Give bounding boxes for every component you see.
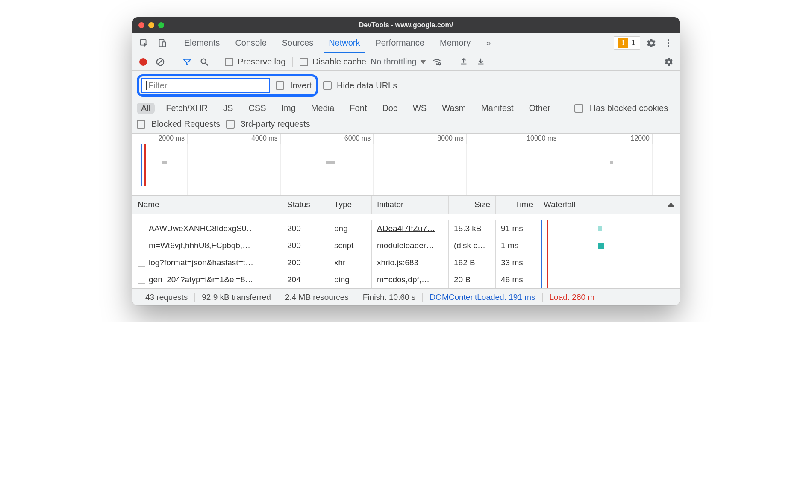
clear-button[interactable] — [154, 57, 167, 67]
type-filter-wasm[interactable]: Wasm — [438, 103, 470, 114]
separator — [218, 57, 218, 67]
request-size: 15.3 kB — [449, 220, 496, 237]
request-initiator[interactable]: moduleloader… — [377, 241, 434, 250]
request-initiator[interactable]: m=cdos,dpf,… — [377, 275, 430, 284]
col-type[interactable]: Type — [329, 196, 372, 214]
has-blocked-cookies-label: Has blocked cookies — [590, 103, 668, 113]
traffic-lights — [138, 22, 164, 28]
tab-performance[interactable]: Performance — [368, 33, 432, 53]
type-filter-css[interactable]: CSS — [244, 103, 270, 114]
network-settings-icon[interactable] — [662, 57, 675, 67]
sort-asc-icon — [668, 202, 674, 207]
separator — [174, 37, 174, 49]
more-menu-button[interactable] — [660, 33, 677, 53]
preserve-log-checkbox[interactable] — [225, 58, 233, 66]
request-initiator[interactable]: xhrio.js:683 — [377, 258, 418, 267]
titlebar: DevTools - www.google.com/ — [132, 17, 680, 33]
request-size: (disk c… — [449, 237, 496, 254]
filter-input[interactable]: Filter — [141, 78, 270, 93]
col-waterfall[interactable]: Waterfall — [538, 196, 680, 214]
col-time[interactable]: Time — [496, 196, 538, 214]
network-conditions-icon[interactable] — [430, 57, 443, 67]
request-status: 200 — [282, 237, 329, 254]
request-size: 162 B — [449, 254, 496, 271]
type-filter-media[interactable]: Media — [307, 103, 338, 114]
tab-memory[interactable]: Memory — [432, 33, 478, 53]
svg-rect-12 — [461, 63, 466, 64]
timeline-overview[interactable] — [132, 144, 680, 195]
chevron-down-icon — [420, 60, 426, 64]
issues-badge[interactable]: ! 1 — [614, 36, 640, 50]
inspect-element-icon[interactable] — [135, 33, 153, 53]
svg-point-5 — [668, 45, 669, 47]
type-filter-all[interactable]: All — [137, 103, 155, 114]
settings-button[interactable] — [643, 33, 660, 53]
file-icon — [138, 242, 145, 249]
svg-point-3 — [668, 39, 669, 41]
requests-table: Name Status Type Initiator Size Time Wat… — [132, 195, 680, 288]
close-window-button[interactable] — [138, 22, 144, 28]
blocked-requests-checkbox[interactable] — [137, 120, 145, 129]
panel-tabstrip: Elements Console Sources Network Perform… — [132, 33, 680, 53]
disable-cache-checkbox[interactable] — [300, 58, 308, 66]
has-blocked-cookies-checkbox[interactable] — [574, 104, 583, 113]
separator — [450, 57, 450, 67]
throttling-select[interactable]: No throttling — [371, 57, 426, 67]
request-initiator[interactable]: ADea4I7IfZu7… — [377, 224, 435, 233]
toggle-device-icon[interactable] — [153, 33, 171, 53]
export-har-icon[interactable] — [474, 57, 487, 67]
ruler-tick: 6000 ms — [344, 135, 373, 142]
type-filter-js[interactable]: JS — [219, 103, 237, 114]
tab-sources[interactable]: Sources — [274, 33, 321, 53]
invert-checkbox[interactable] — [276, 81, 284, 90]
svg-rect-13 — [478, 63, 483, 64]
table-row[interactable]: m=Wt6vjf,hhhU8,FCpbqb,…200scriptmodulelo… — [132, 237, 680, 254]
third-party-checkbox[interactable] — [226, 120, 235, 129]
type-filter-row: All Fetch/XHR JS CSS Img Media Font Doc … — [132, 100, 680, 117]
file-icon — [138, 259, 145, 267]
type-filter-other[interactable]: Other — [525, 103, 555, 114]
hide-data-urls-label: Hide data URLs — [337, 81, 397, 91]
col-initiator[interactable]: Initiator — [372, 196, 449, 214]
sb-domcontentloaded: DOMContentLoaded: 191 ms — [423, 293, 542, 302]
type-filter-fetchxhr[interactable]: Fetch/XHR — [162, 103, 212, 114]
tabs-overflow-button[interactable]: » — [478, 33, 498, 53]
table-row[interactable]: gen_204?atyp=i&r=1&ei=8…204pingm=cdos,dp… — [132, 271, 680, 288]
tab-console[interactable]: Console — [227, 33, 274, 53]
col-status[interactable]: Status — [282, 196, 329, 214]
type-filter-img[interactable]: Img — [277, 103, 300, 114]
network-toolbar: Preserve log Disable cache No throttling — [132, 53, 680, 71]
tab-elements[interactable]: Elements — [177, 33, 227, 53]
file-icon — [138, 225, 145, 232]
filter-highlight-box: Filter Invert — [137, 74, 318, 97]
request-name: AAWUweXANHG8IddxgS0… — [149, 224, 254, 233]
table-row[interactable]: AAWUweXANHG8IddxgS0…200pngADea4I7IfZu7…1… — [132, 220, 680, 237]
type-filter-doc[interactable]: Doc — [378, 103, 402, 114]
type-filter-ws[interactable]: WS — [409, 103, 431, 114]
request-size: 20 B — [449, 271, 496, 288]
search-icon[interactable] — [198, 57, 211, 67]
import-har-icon[interactable] — [457, 57, 470, 67]
minimize-window-button[interactable] — [148, 22, 154, 28]
request-name: log?format=json&hasfast=t… — [149, 258, 253, 267]
sb-load: Load: 280 m — [543, 293, 602, 302]
status-bar: 43 requests 92.9 kB transferred 2.4 MB r… — [132, 288, 680, 305]
col-size[interactable]: Size — [449, 196, 496, 214]
type-filter-font[interactable]: Font — [345, 103, 371, 114]
request-name: gen_204?atyp=i&r=1&ei=8… — [149, 275, 253, 284]
request-waterfall — [538, 220, 680, 237]
record-button[interactable] — [137, 58, 150, 66]
timeline-ruler[interactable]: 2000 ms4000 ms6000 ms8000 ms10000 ms1200… — [132, 134, 680, 144]
svg-line-9 — [206, 63, 208, 65]
request-time: 33 ms — [496, 254, 538, 271]
preserve-log-label: Preserve log — [238, 57, 285, 67]
table-row[interactable]: log?format=json&hasfast=t…200xhrxhrio.js… — [132, 254, 680, 271]
hide-data-urls-checkbox[interactable] — [323, 81, 332, 90]
type-filter-manifest[interactable]: Manifest — [477, 103, 518, 114]
tab-network[interactable]: Network — [321, 33, 368, 53]
devtools-window: DevTools - www.google.com/ Elements Cons… — [132, 17, 680, 305]
maximize-window-button[interactable] — [158, 22, 164, 28]
filter-toggle-icon[interactable] — [181, 57, 194, 67]
col-name[interactable]: Name — [132, 196, 282, 214]
request-type: script — [329, 237, 372, 254]
